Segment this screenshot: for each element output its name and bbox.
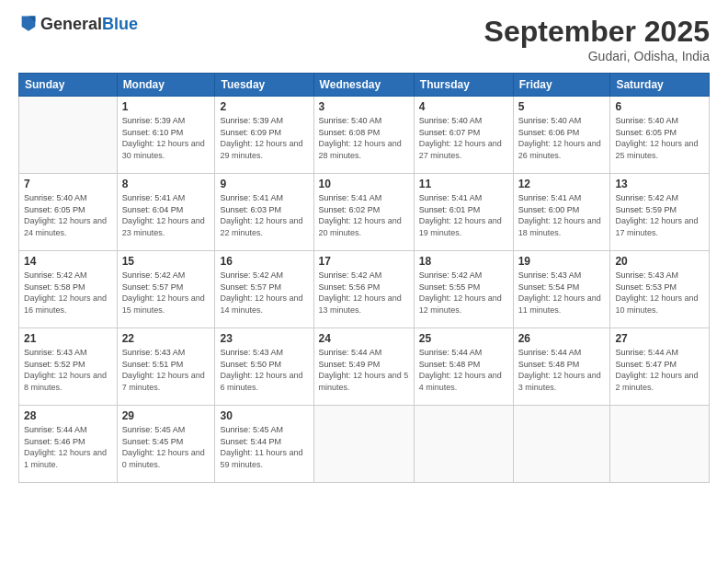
month-title: September 2025 <box>484 15 710 49</box>
day-info: Sunrise: 5:42 AMSunset: 5:59 PMDaylight:… <box>615 192 704 238</box>
day-number: 11 <box>419 178 508 190</box>
calendar-cell-w2-d4: 10Sunrise: 5:41 AMSunset: 6:02 PMDayligh… <box>313 174 414 251</box>
day-info: Sunrise: 5:43 AMSunset: 5:53 PMDaylight:… <box>615 270 704 316</box>
day-info: Sunrise: 5:41 AMSunset: 6:03 PMDaylight:… <box>220 192 308 238</box>
header-monday: Monday <box>117 74 215 97</box>
day-number: 8 <box>122 178 210 190</box>
day-number: 22 <box>122 332 210 345</box>
day-info: Sunrise: 5:44 AMSunset: 5:48 PMDaylight:… <box>419 347 508 393</box>
logo-general-text: General <box>40 15 102 33</box>
header-tuesday: Tuesday <box>215 74 313 97</box>
day-number: 19 <box>518 255 606 268</box>
calendar-cell-w4-d1: 21Sunrise: 5:43 AMSunset: 5:52 PMDayligh… <box>19 328 118 406</box>
calendar-cell-w3-d3: 16Sunrise: 5:42 AMSunset: 5:57 PMDayligh… <box>215 251 313 328</box>
day-info: Sunrise: 5:42 AMSunset: 5:57 PMDaylight:… <box>220 270 308 316</box>
day-number: 23 <box>220 332 308 345</box>
calendar-cell-w3-d1: 14Sunrise: 5:42 AMSunset: 5:58 PMDayligh… <box>19 251 118 328</box>
header-saturday: Saturday <box>610 74 710 97</box>
day-info: Sunrise: 5:41 AMSunset: 6:01 PMDaylight:… <box>419 192 508 238</box>
day-info: Sunrise: 5:40 AMSunset: 6:05 PMDaylight:… <box>615 115 704 161</box>
calendar-cell-w4-d3: 23Sunrise: 5:43 AMSunset: 5:50 PMDayligh… <box>215 328 313 406</box>
day-number: 20 <box>615 255 704 268</box>
day-info: Sunrise: 5:42 AMSunset: 5:55 PMDaylight:… <box>419 270 508 316</box>
day-number: 3 <box>319 100 409 113</box>
calendar-cell-w1-d4: 3Sunrise: 5:40 AMSunset: 6:08 PMDaylight… <box>313 97 414 174</box>
calendar-cell-w1-d6: 5Sunrise: 5:40 AMSunset: 6:06 PMDaylight… <box>513 97 610 174</box>
day-info: Sunrise: 5:41 AMSunset: 6:02 PMDaylight:… <box>319 192 409 238</box>
weekday-header-row: Sunday Monday Tuesday Wednesday Thursday… <box>19 74 710 97</box>
calendar-cell-w5-d4 <box>313 406 414 483</box>
day-number: 4 <box>419 100 508 113</box>
calendar-cell-w4-d7: 27Sunrise: 5:44 AMSunset: 5:47 PMDayligh… <box>610 328 710 406</box>
day-info: Sunrise: 5:41 AMSunset: 6:04 PMDaylight:… <box>122 192 210 238</box>
calendar-cell-w5-d7 <box>610 406 710 483</box>
week-row-1: 1Sunrise: 5:39 AMSunset: 6:10 PMDaylight… <box>19 97 710 174</box>
calendar-cell-w4-d4: 24Sunrise: 5:44 AMSunset: 5:49 PMDayligh… <box>313 328 414 406</box>
day-number: 25 <box>419 332 508 345</box>
calendar-cell-w2-d7: 13Sunrise: 5:42 AMSunset: 5:59 PMDayligh… <box>610 174 710 251</box>
calendar-cell-w3-d5: 18Sunrise: 5:42 AMSunset: 5:55 PMDayligh… <box>414 251 513 328</box>
calendar-cell-w5-d1: 28Sunrise: 5:44 AMSunset: 5:46 PMDayligh… <box>19 406 118 483</box>
week-row-3: 14Sunrise: 5:42 AMSunset: 5:58 PMDayligh… <box>19 251 710 328</box>
day-info: Sunrise: 5:40 AMSunset: 6:08 PMDaylight:… <box>319 115 409 161</box>
week-row-2: 7Sunrise: 5:40 AMSunset: 6:05 PMDaylight… <box>19 174 710 251</box>
calendar-cell-w3-d4: 17Sunrise: 5:42 AMSunset: 5:56 PMDayligh… <box>313 251 414 328</box>
week-row-4: 21Sunrise: 5:43 AMSunset: 5:52 PMDayligh… <box>19 328 710 406</box>
day-info: Sunrise: 5:44 AMSunset: 5:49 PMDaylight:… <box>319 347 409 393</box>
day-info: Sunrise: 5:40 AMSunset: 6:05 PMDaylight:… <box>24 192 112 238</box>
calendar-cell-w4-d5: 25Sunrise: 5:44 AMSunset: 5:48 PMDayligh… <box>414 328 513 406</box>
calendar-cell-w2-d2: 8Sunrise: 5:41 AMSunset: 6:04 PMDaylight… <box>117 174 215 251</box>
day-info: Sunrise: 5:43 AMSunset: 5:51 PMDaylight:… <box>122 347 210 393</box>
calendar-cell-w3-d7: 20Sunrise: 5:43 AMSunset: 5:53 PMDayligh… <box>610 251 710 328</box>
day-number: 14 <box>24 255 112 268</box>
day-info: Sunrise: 5:43 AMSunset: 5:50 PMDaylight:… <box>220 347 308 393</box>
day-info: Sunrise: 5:40 AMSunset: 6:06 PMDaylight:… <box>518 115 606 161</box>
calendar-cell-w5-d3: 30Sunrise: 5:45 AMSunset: 5:44 PMDayligh… <box>215 406 313 483</box>
day-number: 2 <box>220 100 308 113</box>
day-info: Sunrise: 5:43 AMSunset: 5:54 PMDaylight:… <box>518 270 606 316</box>
day-info: Sunrise: 5:44 AMSunset: 5:48 PMDaylight:… <box>518 347 606 393</box>
day-number: 1 <box>122 100 210 113</box>
calendar-cell-w2-d3: 9Sunrise: 5:41 AMSunset: 6:03 PMDaylight… <box>215 174 313 251</box>
calendar-cell-w1-d1 <box>19 97 118 174</box>
calendar-cell-w4-d2: 22Sunrise: 5:43 AMSunset: 5:51 PMDayligh… <box>117 328 215 406</box>
header: GeneralBlue September 2025 Gudari, Odish… <box>18 15 710 63</box>
day-number: 10 <box>319 178 409 190</box>
title-block: September 2025 Gudari, Odisha, India <box>484 15 710 63</box>
day-info: Sunrise: 5:43 AMSunset: 5:52 PMDaylight:… <box>24 347 112 393</box>
day-info: Sunrise: 5:41 AMSunset: 6:00 PMDaylight:… <box>518 192 606 238</box>
header-thursday: Thursday <box>414 74 513 97</box>
calendar-cell-w4-d6: 26Sunrise: 5:44 AMSunset: 5:48 PMDayligh… <box>513 328 610 406</box>
calendar-cell-w5-d5 <box>414 406 513 483</box>
day-number: 17 <box>319 255 409 268</box>
day-info: Sunrise: 5:45 AMSunset: 5:44 PMDaylight:… <box>220 424 308 470</box>
day-number: 21 <box>24 332 112 345</box>
header-wednesday: Wednesday <box>313 74 414 97</box>
day-info: Sunrise: 5:42 AMSunset: 5:58 PMDaylight:… <box>24 270 112 316</box>
calendar-cell-w2-d6: 12Sunrise: 5:41 AMSunset: 6:00 PMDayligh… <box>513 174 610 251</box>
logo: GeneralBlue <box>18 15 138 35</box>
calendar-cell-w3-d2: 15Sunrise: 5:42 AMSunset: 5:57 PMDayligh… <box>117 251 215 328</box>
calendar-cell-w2-d1: 7Sunrise: 5:40 AMSunset: 6:05 PMDaylight… <box>19 174 118 251</box>
day-number: 13 <box>615 178 704 190</box>
day-number: 15 <box>122 255 210 268</box>
day-number: 5 <box>518 100 606 113</box>
day-info: Sunrise: 5:40 AMSunset: 6:07 PMDaylight:… <box>419 115 508 161</box>
day-number: 28 <box>24 409 112 422</box>
day-number: 29 <box>122 409 210 422</box>
day-info: Sunrise: 5:42 AMSunset: 5:56 PMDaylight:… <box>319 270 409 316</box>
week-row-5: 28Sunrise: 5:44 AMSunset: 5:46 PMDayligh… <box>19 406 710 483</box>
day-number: 7 <box>24 178 112 190</box>
location-subtitle: Gudari, Odisha, India <box>484 49 710 63</box>
day-number: 30 <box>220 409 308 422</box>
day-number: 24 <box>319 332 409 345</box>
logo-blue-text: Blue <box>102 15 138 33</box>
day-number: 9 <box>220 178 308 190</box>
header-sunday: Sunday <box>19 74 118 97</box>
calendar-cell-w5-d2: 29Sunrise: 5:45 AMSunset: 5:45 PMDayligh… <box>117 406 215 483</box>
day-info: Sunrise: 5:45 AMSunset: 5:45 PMDaylight:… <box>122 424 210 470</box>
logo-icon <box>20 13 37 31</box>
page: GeneralBlue September 2025 Gudari, Odish… <box>0 0 728 563</box>
calendar-cell-w5-d6 <box>513 406 610 483</box>
calendar-cell-w2-d5: 11Sunrise: 5:41 AMSunset: 6:01 PMDayligh… <box>414 174 513 251</box>
